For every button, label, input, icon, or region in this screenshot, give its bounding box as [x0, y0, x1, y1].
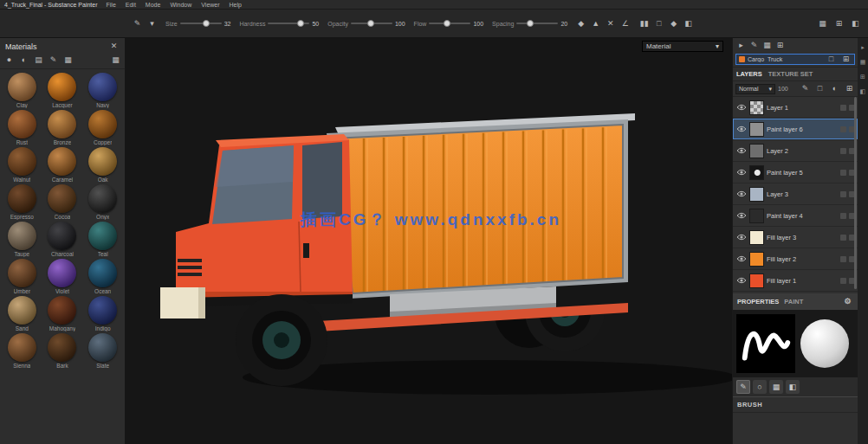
layer-mask-icon[interactable] [840, 126, 846, 132]
half-sphere-filter-icon[interactable]: ◐ [18, 55, 29, 66]
slider-flow[interactable]: Flow100 [414, 21, 483, 27]
menu-mode[interactable]: Mode [144, 2, 163, 8]
gear-icon[interactable]: ⚙ [842, 296, 853, 307]
slider-track[interactable] [516, 23, 558, 24]
tab-texture-set[interactable]: TEXTURE SET [768, 70, 813, 78]
grid-toggle-icon[interactable]: ▦ [110, 55, 121, 66]
slider-knob[interactable] [297, 20, 304, 27]
material-swatch[interactable]: Lacquer [42, 73, 83, 108]
add-layer-icon[interactable]: ⊞ [844, 83, 855, 94]
texture-set-settings-icon[interactable]: □ [826, 54, 837, 65]
lazy-mouse-icon[interactable]: ◆ [575, 18, 586, 29]
material-swatch[interactable]: Espresso [2, 184, 42, 220]
layer-row[interactable]: Fill layer 1 [733, 270, 858, 292]
blend-mode-dropdown[interactable]: Normal ▾ [735, 84, 775, 94]
layers-scrollbar[interactable] [854, 97, 857, 289]
layer-mask-icon[interactable] [840, 191, 846, 197]
slider-opacity[interactable]: Opacity100 [327, 21, 405, 27]
projection-icon[interactable]: ▦ [769, 380, 783, 394]
shader-panel-icon[interactable]: ◧ [858, 87, 867, 95]
material-swatch[interactable]: Onyx [82, 184, 123, 220]
visibility-eye-icon[interactable] [735, 169, 747, 176]
material-swatch[interactable]: Bronze [42, 110, 83, 145]
add-mask-icon[interactable]: □ [814, 83, 826, 94]
layer-row[interactable]: Paint layer 5 [733, 162, 858, 183]
slider-knob[interactable] [444, 20, 450, 27]
texture-set-item[interactable]: Cargo_Truck □⊞ [735, 54, 855, 65]
layer-mask-icon[interactable] [840, 105, 846, 111]
material-swatch[interactable]: Clay [2, 73, 42, 108]
material-swatch[interactable]: Sienna [2, 333, 42, 369]
slider-hardness[interactable]: Hardness50 [239, 21, 319, 27]
list-view-icon[interactable]: ▤ [33, 55, 44, 66]
sphere-filter-icon[interactable]: ● [3, 55, 15, 66]
material-swatch[interactable]: Umber [2, 259, 42, 294]
menu-viewer[interactable]: Viewer [199, 2, 221, 8]
menu-edit[interactable]: Edit [124, 2, 138, 8]
truck-3d-model[interactable] [126, 38, 732, 444]
layer-row[interactable]: Paint layer 6 [733, 119, 858, 140]
layer-row[interactable]: Fill layer 2 [733, 248, 858, 270]
snap-icon[interactable]: ✕ [605, 18, 616, 29]
brush-section-header[interactable]: BRUSH [733, 396, 858, 413]
material-swatch[interactable]: Slate [82, 333, 123, 369]
material-swatch[interactable]: Indigo [82, 296, 123, 331]
visibility-eye-icon[interactable] [735, 255, 747, 262]
polygon-fill-icon[interactable]: ◧ [786, 380, 800, 394]
layer-thumbnail[interactable] [749, 122, 764, 137]
slider-track[interactable] [268, 23, 309, 24]
slider-track[interactable] [351, 23, 392, 24]
material-swatch[interactable]: Bark [42, 333, 83, 369]
material-ball-preview[interactable] [800, 319, 849, 368]
layer-thumbnail[interactable] [749, 144, 764, 158]
angle-icon[interactable]: ∠ [619, 18, 631, 29]
panel-toggle-icon[interactable]: ◧ [850, 18, 861, 29]
layer-row[interactable]: Layer 1 [733, 97, 858, 119]
layer-row[interactable]: Layer 2 [733, 140, 858, 162]
layer-mask-icon[interactable] [840, 256, 846, 262]
paint-shortcut-icon[interactable]: ✎ [748, 40, 760, 51]
display-mode-dropdown[interactable]: Material ▾ [642, 41, 723, 52]
layer-row[interactable]: Fill layer 3 [733, 227, 858, 248]
slider-knob[interactable] [527, 20, 534, 27]
layer-thumbnail[interactable] [749, 165, 764, 180]
eraser-icon[interactable]: ○ [753, 380, 767, 394]
pause-engine-icon[interactable]: ▮▮ [638, 18, 650, 29]
add-smart-mask-icon[interactable]: ◐ [829, 83, 840, 94]
material-swatch[interactable]: Cocoa [42, 184, 83, 220]
tool-preset-caret-icon[interactable]: ▾ [146, 18, 158, 29]
layout-grid-icon[interactable]: ▦ [817, 18, 828, 29]
brush-stroke-preview[interactable] [736, 314, 795, 373]
layer-mask-icon[interactable] [840, 235, 846, 241]
layer-row[interactable]: Layer 3 [733, 183, 858, 205]
texture-set-channels-icon[interactable]: ⊞ [840, 54, 852, 65]
layer-mask-icon[interactable] [840, 148, 846, 154]
layer-thumbnail[interactable] [749, 100, 764, 115]
material-swatch[interactable]: Navy [82, 73, 123, 108]
material-swatch[interactable]: Taupe [2, 222, 42, 257]
grid-shortcut-icon[interactable]: ▦ [761, 40, 773, 51]
display-panel-icon[interactable]: ⊞ [858, 72, 867, 80]
slider-track[interactable] [429, 23, 470, 24]
slider-knob[interactable] [367, 20, 374, 27]
paint-brush-icon[interactable]: ✎ [736, 380, 750, 394]
menu-help[interactable]: Help [228, 2, 243, 8]
material-swatch[interactable]: Charcoal [42, 222, 83, 257]
material-swatch[interactable]: Caramel [42, 147, 83, 183]
grid-view-icon[interactable]: ▦ [62, 55, 74, 66]
layer-thumbnail[interactable] [749, 187, 764, 202]
slider-knob[interactable] [203, 20, 210, 27]
material-swatch[interactable]: Copper [82, 110, 123, 145]
menu-window[interactable]: Window [168, 2, 193, 8]
split-view-icon[interactable]: ⊞ [833, 18, 845, 29]
properties-header[interactable]: PROPERTIES PAINT ⚙ [733, 293, 858, 310]
fill-mode-icon[interactable]: ◆ [668, 18, 679, 29]
close-icon[interactable]: ✕ [108, 41, 120, 52]
material-swatch[interactable]: Violet [42, 259, 83, 294]
material-swatch[interactable]: Teal [82, 222, 123, 257]
bucket-icon[interactable]: ◧ [683, 18, 694, 29]
visibility-eye-icon[interactable] [735, 104, 747, 111]
visibility-eye-icon[interactable] [735, 234, 747, 241]
tab-layers[interactable]: LAYERS [736, 70, 762, 78]
pen-filter-icon[interactable]: ✎ [48, 55, 59, 66]
